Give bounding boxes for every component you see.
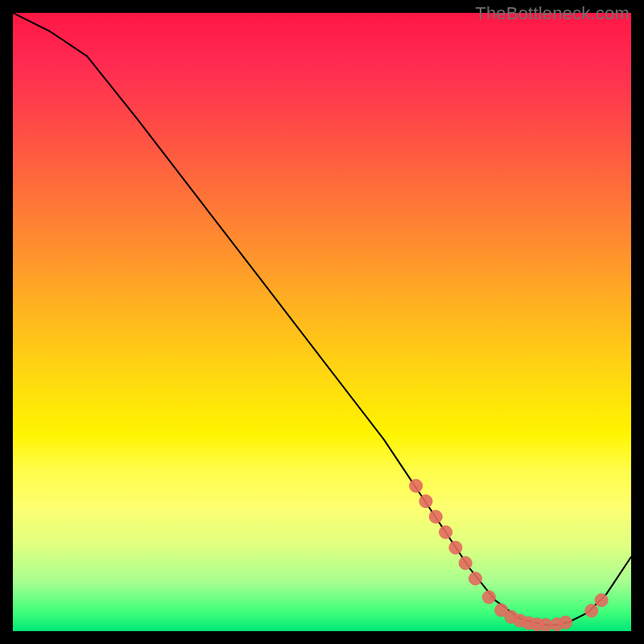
data-marker [410,480,423,493]
data-marker [449,541,462,554]
data-marker [419,495,432,508]
curve-layer [13,13,631,625]
marker-layer [410,480,608,632]
plot-area [13,13,631,631]
data-marker [482,591,495,604]
data-marker [429,510,442,523]
data-marker [459,557,472,570]
watermark-text: TheBottleneck.com [475,3,630,24]
data-marker [585,605,598,617]
chart-frame: TheBottleneck.com [0,0,644,644]
data-marker [595,594,608,607]
chart-svg [13,13,631,631]
data-marker [559,616,572,629]
data-marker [440,526,452,539]
bottleneck-curve [13,13,631,625]
data-marker [469,572,482,585]
